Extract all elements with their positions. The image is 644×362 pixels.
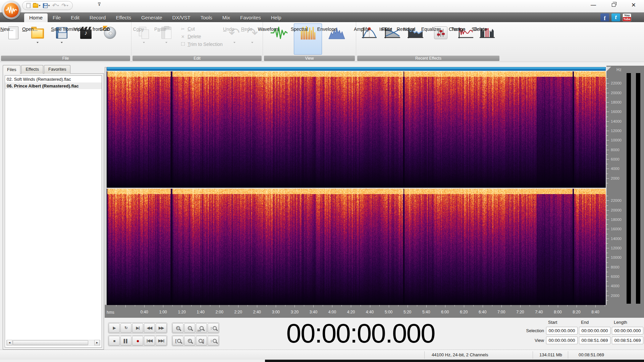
tab-record[interactable]: Record <box>85 13 111 22</box>
record-button[interactable]: ● <box>132 336 143 346</box>
ruler-tick <box>341 305 342 306</box>
view-end-field[interactable] <box>579 337 610 344</box>
quick-redo-button[interactable]: ↷ <box>61 3 68 8</box>
go-to-start-button[interactable]: |◀◀ <box>144 336 155 346</box>
tab-edit[interactable]: Edit <box>66 13 85 22</box>
zoom-in-button[interactable]: + <box>172 323 183 333</box>
quick-save-button[interactable] <box>43 3 50 8</box>
delete-button[interactable]: ✕ Delete <box>180 34 223 39</box>
horizontal-scrollbar[interactable]: ◄ ► <box>6 340 100 346</box>
fast-forward-icon: ▶▶ <box>159 326 164 330</box>
rewind-button[interactable]: ◀◀ <box>144 323 155 333</box>
maximize-button[interactable] <box>606 0 621 10</box>
freq-tick-label: 6000 <box>611 157 620 161</box>
tab-generate[interactable]: Generate <box>136 13 167 22</box>
freq-tick <box>606 93 609 93</box>
ribbon-group-view: Waveform Spectral Envelope <box>263 22 356 62</box>
quick-new-button[interactable] <box>26 3 31 8</box>
tab-favorites[interactable]: Favorites <box>235 13 266 22</box>
twitter-icon[interactable]: t <box>611 13 620 21</box>
freq-tick <box>606 205 608 206</box>
overview-position-bar[interactable] <box>107 67 606 71</box>
freq-tick-label: 12000 <box>611 129 622 133</box>
chevron-down-icon <box>57 5 59 6</box>
undo-button[interactable]: ↶ Undo <box>225 23 244 55</box>
freq-tick-label: 14000 <box>611 119 622 123</box>
quick-undo-button[interactable]: ↶ <box>52 3 59 8</box>
freq-tick-label: 4000 <box>611 284 620 288</box>
selection-length-field[interactable] <box>612 327 643 335</box>
play-to-cursor-button[interactable]: ▶| <box>132 323 143 333</box>
trim-to-selection-button[interactable]: Trim to Selection <box>180 42 223 47</box>
fast-forward-button[interactable]: ▶▶ <box>156 323 167 333</box>
open-folder-icon <box>33 4 38 8</box>
grab-from-cd-button[interactable]: Grab from CD <box>98 23 122 55</box>
freq-tick-label: 18000 <box>611 100 622 104</box>
quick-open-button[interactable] <box>33 4 41 8</box>
tab-help[interactable]: Help <box>266 13 286 22</box>
time-ruler[interactable]: hms 0:401:001:201:402:002:202:403:003:20… <box>105 305 606 318</box>
view-start-field[interactable] <box>546 337 578 344</box>
zoom-100-button[interactable]: 100 <box>196 323 207 333</box>
splitter-strip[interactable] <box>105 67 106 305</box>
freq-tick <box>606 220 609 220</box>
go-to-end-button[interactable]: ▶▶| <box>156 336 167 346</box>
tab-effects[interactable]: Effects <box>111 13 136 22</box>
scroll-left-arrow[interactable]: ◄ <box>7 340 12 346</box>
tab-home[interactable]: Home <box>24 13 48 22</box>
ruler-tick <box>408 305 408 307</box>
ruler-time-label: 2:00 <box>216 310 223 314</box>
minimize-button[interactable]: — <box>586 0 601 10</box>
envelope-view-button[interactable]: Envelope <box>322 23 352 55</box>
zoom-vertical-in-button[interactable]: ↕ <box>208 323 219 333</box>
chevron-down-icon <box>143 42 145 43</box>
spectrogram-channel-right[interactable] <box>107 189 606 305</box>
sidebar-tab-files[interactable]: Files <box>3 65 20 74</box>
zoom-selection-end-button[interactable]: ] <box>196 336 207 346</box>
copy-button[interactable]: Copy <box>133 23 155 55</box>
ruler-tick <box>454 305 455 306</box>
selection-start-field[interactable] <box>546 327 578 335</box>
zoom-out-button[interactable]: − <box>184 323 195 333</box>
selection-end-field[interactable] <box>579 327 610 335</box>
app-window: ↶ ↷ ▾ — × HomeFileEditRecordEffectsGener… <box>0 0 644 362</box>
sidebar-tab-favorites[interactable]: Favorites <box>44 65 70 74</box>
magnifier-minus-icon: − <box>188 326 192 330</box>
scroll-right-arrow[interactable]: ► <box>94 340 100 346</box>
zoom-vertical-out-button[interactable]: ↕ <box>208 336 219 346</box>
file-list[interactable]: 02. Soft Winds (Remastered).flac06. Prin… <box>5 75 102 348</box>
scrollbar-thumb[interactable] <box>13 340 88 345</box>
loop-button[interactable]: ↻ <box>120 323 131 333</box>
zoom-selection-button[interactable]: + <box>184 336 195 346</box>
zoom-selection-start-button[interactable]: [ <box>172 336 183 346</box>
open-button[interactable]: Open... <box>25 23 50 55</box>
chevron-down-icon <box>233 42 235 43</box>
menu-tab-bar: HomeFileEditRecordEffectsGenerateDX/VSTT… <box>0 12 644 22</box>
view-label: View <box>522 338 546 343</box>
close-button[interactable]: × <box>626 0 641 10</box>
stop-button[interactable]: ■ <box>109 336 120 346</box>
file-list-item[interactable]: 06. Prince Albert (Remastered).flac <box>5 82 102 89</box>
view-length-field[interactable] <box>612 337 643 344</box>
amplify-button[interactable]: Amplify <box>358 23 381 55</box>
file-list-item[interactable]: 02. Soft Winds (Remastered).flac <box>5 76 102 82</box>
customize-toolbar-button[interactable]: ▾ <box>98 3 101 6</box>
paste-button[interactable]: Paste <box>155 23 178 55</box>
spectrogram-channel-left[interactable] <box>107 71 606 188</box>
tab-tools[interactable]: Tools <box>196 13 217 22</box>
tab-file[interactable]: File <box>48 13 66 22</box>
delete-silence-button[interactable]: Delete Silence <box>476 23 498 55</box>
cut-button[interactable]: ✂ Cut <box>180 26 223 32</box>
freq-tick <box>606 234 608 234</box>
facebook-icon[interactable]: f <box>600 13 609 21</box>
app-logo[interactable] <box>2 1 21 19</box>
youtube-icon[interactable]: You Tube <box>623 13 631 21</box>
play-button[interactable]: ▶ <box>109 323 120 333</box>
chevron-down-icon <box>61 42 63 43</box>
audio-format-status: 44100 Hz, 24-bit, 2 Channels <box>432 352 488 357</box>
sidebar-tab-effects[interactable]: Effects <box>21 65 43 74</box>
tab-mix[interactable]: Mix <box>217 13 235 22</box>
waveform-view-button[interactable]: Waveform <box>264 23 294 55</box>
pause-button[interactable]: ▌▌ <box>120 336 131 346</box>
tab-dx-vst[interactable]: DX/VST <box>167 13 196 22</box>
